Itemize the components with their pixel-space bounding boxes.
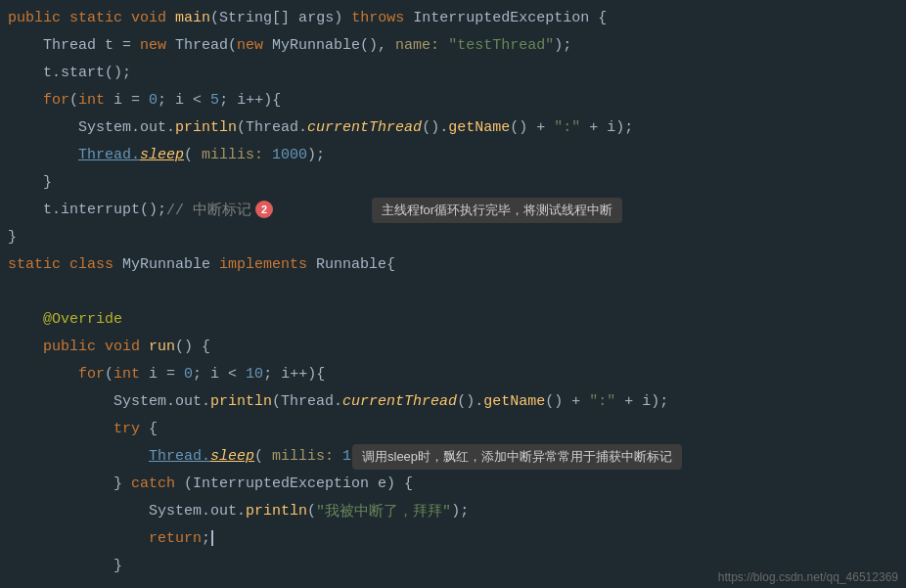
code-line-14: for(int i = 0; i < 10; i++){	[0, 360, 906, 387]
badge-2: 2	[255, 201, 273, 218]
code-line-1: public static void main(String[] args) t…	[0, 4, 906, 31]
code-line-4: for(int i = 0; i < 5; i++){	[0, 86, 906, 113]
code-line-11	[0, 278, 906, 305]
thread-sleep-ref-2: Thread.sleep	[149, 448, 254, 465]
code-line-19: System.out.println("我被中断了，拜拜");	[0, 497, 906, 524]
thread-sleep-ref: Thread.sleep	[78, 147, 184, 163]
code-line-16: try {	[0, 415, 906, 442]
code-line-20: return;	[0, 524, 906, 552]
code-line-6: Thread.sleep( millis: 1000);	[0, 141, 906, 168]
code-editor: public static void main(String[] args) t…	[0, 0, 906, 588]
keyword: public	[8, 10, 61, 26]
code-line-5: System.out.println(Thread.currentThread(…	[0, 113, 906, 141]
code-line-2: Thread t = new Thread(new MyRunnable(), …	[0, 31, 906, 59]
code-line-9: }	[0, 223, 906, 250]
code-line-12: @Override	[0, 305, 906, 333]
code-line-13: public void run() {	[0, 333, 906, 360]
code-line-3: t.start();	[0, 59, 906, 86]
code-line-17: Thread.sleep( millis: 1000); 1 调用sleep时，…	[0, 442, 906, 470]
watermark: https://blog.csdn.net/qq_46512369	[718, 570, 898, 584]
code-line-8: t.interrupt();// 中断标记2 主线程for循环执行完毕，将测试线…	[0, 196, 906, 223]
cursor	[211, 530, 213, 546]
code-line-10: static class MyRunnable implements Runna…	[0, 250, 906, 278]
code-line-18: } catch (InterruptedException e) {	[0, 470, 906, 497]
code-line-7: }	[0, 168, 906, 196]
code-line-15: System.out.println(Thread.currentThread(…	[0, 387, 906, 415]
tooltip-sleep: 调用sleep时，飘红，添加中断异常常用于捕获中断标记	[352, 444, 682, 470]
tooltip-interrupt: 主线程for循环执行完毕，将测试线程中断	[372, 198, 622, 223]
